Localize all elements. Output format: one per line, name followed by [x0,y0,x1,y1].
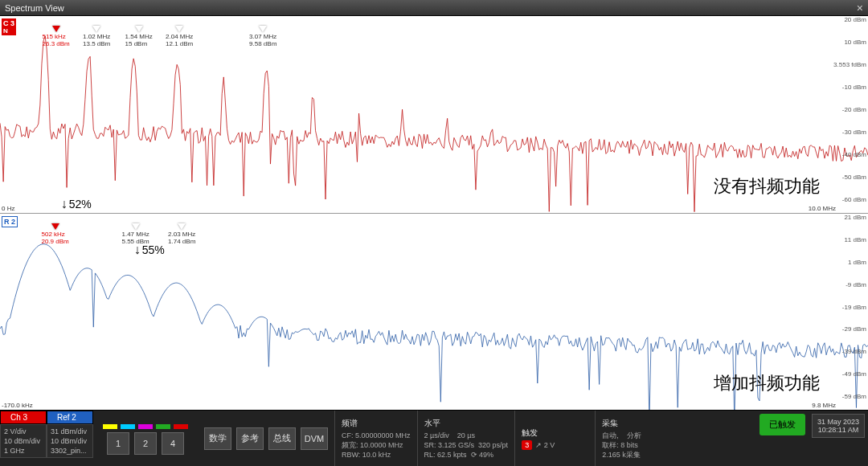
toolbar-button[interactable]: 数学 [204,427,231,450]
titlebar: Spectrum View × [0,0,868,16]
y-tick: -59 dBm [842,393,866,400]
toolbar-button[interactable]: 总线 [268,427,296,450]
y-tick: 10 dBm [833,39,866,46]
annotation-bottom: ↓ 55% [134,243,165,257]
annotation-top: ↓ 52% [61,197,92,211]
datetime-box[interactable]: 31 May 2023 10:28:11 AM [812,414,865,438]
y-tick: -10 dBm [833,84,866,91]
channel-color-strip [156,424,170,429]
y-tick: 21 dBm [842,214,866,221]
color-strips [96,423,194,432]
y-tick: -50 dBm [833,174,866,181]
y-tick: -60 dBm [833,196,866,203]
toolbar-button[interactable]: 参考 [236,427,264,450]
y-axis-bottom: 21 dBm11 dBm1 dBm-9 dBm-19 dBm-29 dBm-39… [842,214,866,400]
ref2-button[interactable]: Ref 2 [47,411,93,424]
marker-triangle-icon [52,26,60,32]
marker-triangle-icon [175,26,183,32]
y-tick: 20 dBm [833,16,866,23]
marker-triangle-icon [51,223,59,230]
y-tick: -29 dBm [842,325,866,333]
horizontal-section[interactable]: 水平 2 µs/div 20 µs SR: 3.125 GS/s 320 ps/… [417,411,515,466]
trigger-status[interactable]: 已触发 [760,414,805,435]
delta-marker[interactable]: 1.02 MHz13.5 dBm [83,26,110,47]
close-icon[interactable]: × [857,2,863,14]
y-tick: -39 dBm [842,348,866,355]
channel-color-strip [138,424,153,429]
y-tick: -19 dBm [842,304,866,311]
y-tick: -30 dBm [833,129,866,136]
down-arrow-icon: ↓ [61,197,68,211]
delta-marker[interactable]: 1.47 MHz5.55 dBm [122,223,149,245]
x-axis-end-bottom: 9.8 MHz [812,402,836,409]
bottom-bar: Ch 3 2 V/div 10 dBm/div 1 GHz Ref 2 31 d… [0,410,868,466]
channel-color-strip [121,424,135,429]
trigger-source-badge: 3 [522,440,532,450]
down-arrow-icon: ↓ [134,243,141,257]
marker-triangle-icon [259,26,267,32]
x-axis-end-top: 10.0 MHz [809,205,836,212]
y-tick: -49 dBm [842,370,866,378]
spectrum-pane-bottom[interactable]: R 2 21 dBm11 dBm1 dBm-9 dBm-19 dBm-29 dB… [0,213,868,410]
marker-triangle-icon [92,26,100,32]
add-channel-button-4[interactable]: 4 [162,432,184,455]
reference-marker[interactable]: 515 kHz26.3 dBm [43,26,70,47]
y-axis-top: 20 dBm10 dBm3.553 fdBm-10 dBm-20 dBm-30 … [833,16,866,203]
spectrum-section[interactable]: 频谱 CF: 5.00000000 MHz 频宽: 10.0000 MHz RB… [334,411,417,466]
ch3-info[interactable]: 2 V/div 10 dBm/div 1 GHz [0,424,47,458]
marker-triangle-icon [178,223,186,230]
marker-triangle-icon [132,223,140,230]
overlay-text-top: 没有抖频功能 [714,174,820,198]
ref2-info[interactable]: 31 dBm/div 10 dBm/div 3302_pin... [47,424,93,458]
window-title: Spectrum View [5,3,64,13]
delta-marker[interactable]: 2.03 MHz1.74 dBm [168,223,195,245]
y-tick: 3.553 fdBm [833,61,866,68]
x-axis-start-top: 0 Hz [2,205,14,212]
ch3-button[interactable]: Ch 3 [0,411,47,424]
y-tick: -40 dBm [833,151,866,158]
overlay-text-bottom: 增加抖频功能 [714,371,820,395]
add-channel-button-2[interactable]: 2 [134,432,157,455]
delta-marker[interactable]: 3.07 MHz9.58 dBm [249,26,276,47]
y-tick: -9 dBm [842,281,866,288]
toolbar-button[interactable]: DVM [301,427,328,450]
channel-color-strip [103,424,117,429]
y-tick: 1 dBm [842,259,866,266]
acquisition-section[interactable]: 采集 自动, 分析 取样: 8 bits 2.165 k采集 [595,411,675,466]
marker-triangle-icon [135,26,143,32]
add-channel-button-1[interactable]: 1 [107,432,129,455]
plot-area: C 3 N 20 dBm10 dBm3.553 fdBm-10 dBm-20 d… [0,16,868,410]
channel-color-strip [174,424,188,429]
y-tick: 11 dBm [842,236,866,243]
delta-marker[interactable]: 2.04 MHz12.1 dBm [166,26,193,47]
x-axis-start-bottom: -170.0 kHz [2,402,33,409]
reference-marker[interactable]: 502 kHz20.9 dBm [42,223,69,245]
y-tick: -20 dBm [833,106,866,113]
trigger-section[interactable]: 触发 3↗ 2 V [514,411,595,466]
delta-marker[interactable]: 1.54 MHz15 dBm [125,26,153,47]
spectrum-pane-top[interactable]: C 3 N 20 dBm10 dBm3.553 fdBm-10 dBm-20 d… [0,16,868,213]
